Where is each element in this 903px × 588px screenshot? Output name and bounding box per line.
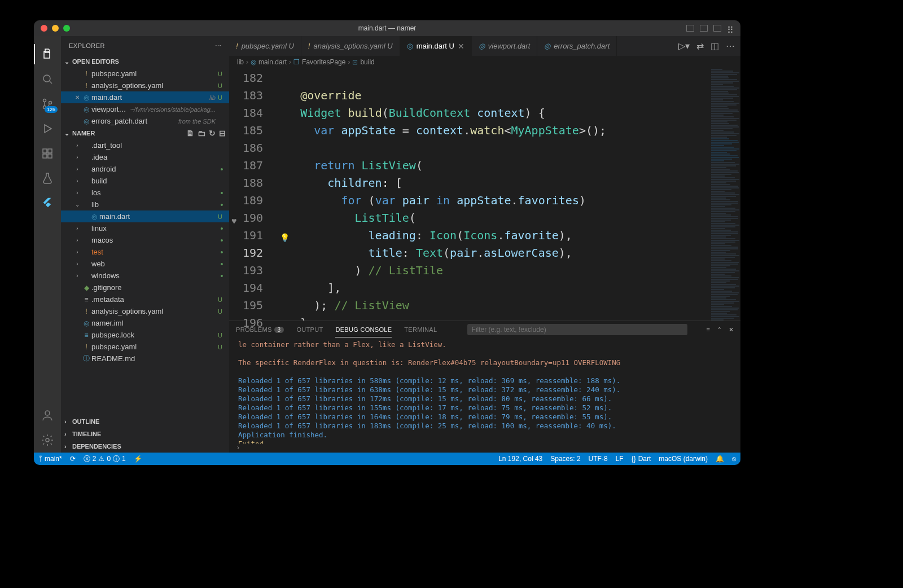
file-item[interactable]: !pubspec.yamlU (61, 341, 229, 353)
file-item[interactable]: !analysis_options.yamlU (61, 305, 229, 317)
file-item[interactable]: ≡.metadataU (61, 293, 229, 305)
open-editor-item[interactable]: !pubspec.yamlU (61, 68, 229, 80)
folder-item[interactable]: ›android• (61, 163, 229, 175)
tab-terminal[interactable]: TERMINAL (404, 323, 437, 336)
run-debug-icon[interactable] (40, 121, 55, 137)
folder-item[interactable]: ›.idea (61, 151, 229, 163)
settings-gear-icon[interactable] (40, 432, 55, 448)
minimap[interactable] (709, 68, 740, 321)
new-file-icon[interactable]: 🗎 (186, 129, 194, 138)
sidebar: EXPLORER ⋯ ⌄OPEN EDITORS !pubspec.yamlU!… (61, 36, 229, 453)
breadcrumb-item[interactable]: main.dart (258, 58, 287, 66)
tab-analysis_options-yaml[interactable]: !analysis_options.yaml U (301, 36, 400, 56)
folder-item[interactable]: ›.dart_tool (61, 139, 229, 151)
outline-header[interactable]: ›OUTLINE (61, 415, 229, 428)
run-dropdown-icon[interactable]: ▷▾ (678, 41, 690, 51)
breadcrumb-item[interactable]: FavoritesPage (302, 58, 345, 66)
panel-maximize-icon[interactable]: ⌃ (717, 326, 722, 334)
heart-gutter-icon[interactable]: ♥ (231, 216, 237, 226)
flutter-hot-reload-icon[interactable]: ⚡ (134, 455, 142, 463)
folder-item[interactable]: ›build (61, 175, 229, 187)
source-control-icon[interactable]: 126 (40, 96, 55, 112)
open-editor-item[interactable]: ◎errors_patch.dartfrom the SDK (61, 115, 229, 127)
folder-item[interactable]: ›test• (61, 246, 229, 258)
refresh-icon[interactable]: ↻ (209, 129, 216, 138)
file-item[interactable]: ◎main.dartU (61, 210, 229, 222)
debug-devtools-icon[interactable]: ⇄ (696, 41, 704, 51)
clear-console-icon[interactable]: ≡ (707, 326, 710, 334)
toggle-primary-sidebar-icon[interactable] (686, 25, 694, 32)
breadcrumb-item[interactable]: build (360, 58, 374, 66)
toggle-panel-icon[interactable] (700, 25, 708, 32)
language-mode[interactable]: {} Dart (632, 455, 651, 463)
code-content[interactable]: @override Widget build(BuildContext cont… (273, 68, 709, 321)
collapse-all-icon[interactable]: ⊟ (219, 129, 226, 138)
panel-tabs: PROBLEMS3 OUTPUT DEBUG CONSOLE TERMINAL … (229, 321, 740, 338)
titlebar: main.dart — namer ⠿ (34, 20, 740, 36)
panel-filter-input[interactable] (467, 324, 687, 335)
flutter-icon[interactable] (40, 195, 55, 211)
search-icon[interactable] (40, 71, 55, 87)
split-editor-icon[interactable]: ◫ (711, 41, 719, 51)
timeline-header[interactable]: ›TIMELINE (61, 428, 229, 440)
svg-point-9 (46, 438, 49, 442)
encoding-status[interactable]: UTF-8 (589, 455, 608, 463)
breadcrumb[interactable]: lib›◎main.dart›❐FavoritesPage›⊡build (229, 56, 740, 68)
file-item[interactable]: ◎namer.iml (61, 317, 229, 329)
tab-problems[interactable]: PROBLEMS3 (236, 323, 284, 336)
lightbulb-icon[interactable]: 💡 (280, 233, 290, 242)
explorer-icon[interactable] (40, 46, 55, 62)
tab-main-dart[interactable]: ◎main.dart U✕ (400, 36, 472, 56)
feedback-icon[interactable]: ⎋ (732, 455, 736, 463)
notifications-icon[interactable]: 🔔 (716, 455, 724, 463)
extensions-icon[interactable] (40, 146, 55, 161)
tab-pubspec-yaml[interactable]: !pubspec.yaml U (229, 36, 301, 56)
project-actions: 🗎 🗀 ↻ ⊟ (186, 129, 226, 138)
project-header[interactable]: ⌄NAMER 🗎 🗀 ↻ ⊟ (61, 127, 229, 139)
statusbar: ᛘ main* ⟳ ⓧ 2 ⚠ 0 ⓘ 1 ⚡ Ln 192, Col 43 S… (34, 453, 740, 465)
folder-item[interactable]: ⌄lib• (61, 199, 229, 210)
open-editors-header[interactable]: ⌄OPEN EDITORS (61, 55, 229, 68)
tab-debug-console[interactable]: DEBUG CONSOLE (335, 323, 392, 336)
sync-status[interactable]: ⟳ (70, 455, 76, 463)
editor-area: !pubspec.yaml U!analysis_options.yaml U◎… (229, 36, 740, 453)
line-numbers: 1821831841851861871881891901911921931941… (242, 68, 273, 321)
testing-icon[interactable] (40, 170, 55, 186)
tab-output[interactable]: OUTPUT (296, 323, 323, 336)
tab-viewport-dart[interactable]: ◎viewport.dart (472, 36, 537, 56)
svg-point-8 (45, 411, 50, 415)
folder-item[interactable]: ›linux• (61, 222, 229, 234)
debug-console-output[interactable]: le container rather than a Flex, like a … (229, 338, 740, 444)
file-item[interactable]: ⓘREADME.md (61, 353, 229, 365)
sidebar-more-icon[interactable]: ⋯ (215, 42, 222, 50)
breadcrumb-item[interactable]: lib (237, 58, 244, 66)
customize-layout-icon[interactable]: ⠿ (727, 25, 735, 32)
svg-rect-6 (48, 154, 52, 158)
eol-status[interactable]: LF (616, 455, 624, 463)
debug-console-prompt[interactable]: › (229, 444, 740, 453)
toggle-secondary-sidebar-icon[interactable] (713, 25, 721, 32)
file-item[interactable]: ◆.gitignore (61, 282, 229, 293)
editor-more-icon[interactable]: ⋯ (726, 41, 735, 51)
open-editor-item[interactable]: ◎viewport.dart~/fvm/versions/stable/pack… (61, 103, 229, 115)
new-folder-icon[interactable]: 🗀 (198, 129, 205, 138)
device-status[interactable]: macOS (darwin) (659, 455, 708, 463)
cursor-position[interactable]: Ln 192, Col 43 (498, 455, 542, 463)
svg-rect-7 (48, 149, 52, 153)
dependencies-header[interactable]: ›DEPENDENCIES (61, 440, 229, 453)
file-item[interactable]: ≡pubspec.lockU (61, 329, 229, 341)
folder-item[interactable]: ›windows• (61, 270, 229, 282)
open-editors-list: !pubspec.yamlU!analysis_options.yamlU✕◎m… (61, 68, 229, 127)
accounts-icon[interactable] (40, 407, 55, 423)
tab-errors_patch-dart[interactable]: ◎errors_patch.dart (537, 36, 617, 56)
open-editor-item[interactable]: !analysis_options.yamlU (61, 80, 229, 91)
folder-item[interactable]: ›web• (61, 258, 229, 270)
folder-item[interactable]: ›macos• (61, 234, 229, 246)
branch-status[interactable]: ᛘ main* (38, 455, 62, 463)
panel-close-icon[interactable]: ✕ (729, 326, 734, 334)
folder-item[interactable]: ›ios• (61, 187, 229, 199)
open-editor-item[interactable]: ✕◎main.dartlibU (61, 91, 229, 103)
indent-status[interactable]: Spaces: 2 (550, 455, 580, 463)
problems-status[interactable]: ⓧ 2 ⚠ 0 ⓘ 1 (84, 454, 126, 464)
code-editor[interactable]: ♥ 💡 182183184185186187188189190191192193… (229, 68, 740, 321)
